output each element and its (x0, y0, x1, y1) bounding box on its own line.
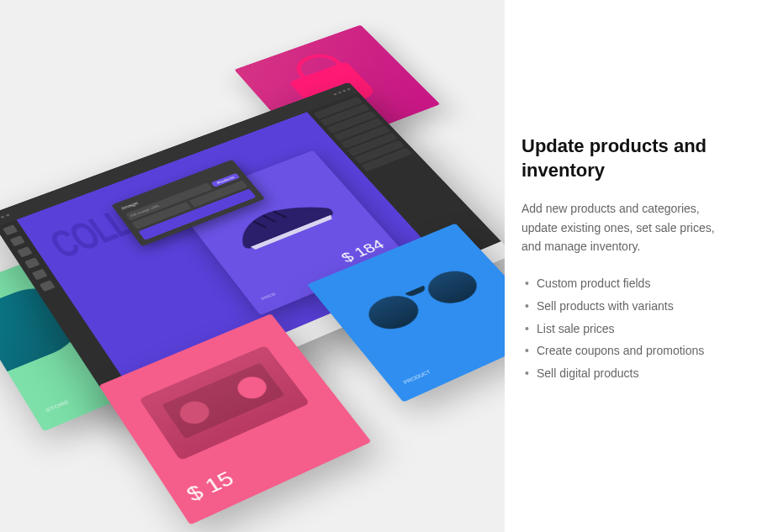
feature-bullet: Create coupons and promotions (521, 340, 732, 362)
sunglasses-label: PRODUCT (402, 369, 433, 387)
feature-copy-panel: Update products and inventory Add new pr… (505, 0, 757, 532)
panel-row[interactable] (347, 133, 397, 156)
editor-properties-panel (307, 92, 501, 265)
image-settings-popup[interactable]: Image Fill image URL Products (111, 160, 265, 246)
popup-input-field[interactable]: Fill image URL (125, 182, 213, 220)
marketing-illustration: STORE (0, 0, 505, 532)
panel-row[interactable] (313, 97, 363, 119)
panel-row[interactable] (333, 118, 384, 140)
product-card-sunglasses: PRODUCT (307, 224, 505, 403)
popup-title: Image (120, 166, 233, 211)
popup-action-button[interactable] (138, 189, 256, 240)
feature-bullet: Sell digital products (521, 362, 732, 385)
shoe-icon (218, 186, 346, 259)
sunglasses-icon (356, 262, 492, 340)
popup-input-field[interactable] (132, 202, 192, 229)
product-card-handbag (235, 25, 441, 155)
feature-bullet-list: Custom product fields Sell products with… (521, 272, 732, 384)
handbag-icon (289, 61, 378, 115)
feature-bullet: Sell products with variants (521, 295, 732, 318)
panel-row[interactable] (361, 148, 412, 172)
panel-row[interactable] (326, 111, 377, 134)
tool-icon[interactable] (24, 257, 40, 268)
panel-row[interactable] (340, 125, 390, 149)
tool-icon[interactable] (17, 246, 32, 257)
tool-icon[interactable] (40, 280, 56, 292)
feature-bullet: List sale prices (521, 318, 732, 340)
feature-bullet: Custom product fields (521, 272, 732, 295)
panel-row[interactable] (320, 103, 369, 126)
cassette-price: $ 15 (183, 467, 239, 507)
panel-row[interactable] (354, 140, 405, 164)
canvas-headline: COLLECT (41, 183, 191, 267)
feature-heading: Update products and inventory (521, 134, 732, 182)
shoe-price: $ 184 (338, 237, 389, 266)
mug-label: STORE (44, 398, 71, 413)
popup-tag[interactable]: Products (211, 173, 240, 187)
feature-description: Add new products and categories, update … (521, 199, 732, 255)
shoe-price-label: PRICE (260, 291, 277, 301)
popup-input-field[interactable] (189, 181, 248, 208)
editor-topbar (0, 82, 359, 228)
tool-icon[interactable] (3, 224, 18, 235)
tool-icon[interactable] (32, 269, 48, 281)
tool-icon[interactable] (10, 235, 25, 246)
